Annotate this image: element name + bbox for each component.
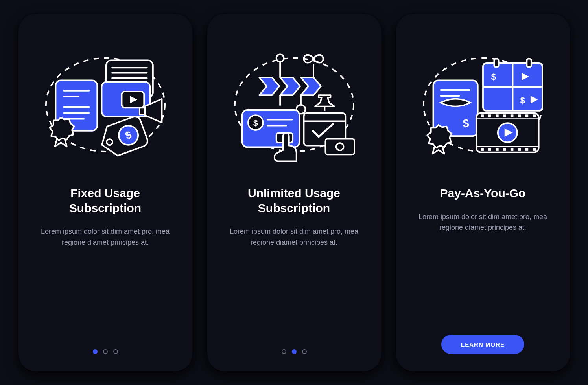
- screen-title: Pay-As-You-Go: [440, 186, 526, 201]
- svg-rect-50: [488, 114, 491, 117]
- pay-as-you-go-icon: $ $ $: [416, 37, 550, 170]
- svg-text:$: $: [520, 95, 525, 105]
- screen-description: Lorem ipsum dolor sit dim amet pro, mea …: [418, 212, 548, 234]
- unlimited-usage-icon: $: [227, 37, 361, 170]
- pager-dots[interactable]: [282, 349, 307, 354]
- pager-dot-2[interactable]: [103, 349, 108, 354]
- svg-rect-54: [518, 114, 521, 117]
- svg-text:$: $: [463, 117, 469, 129]
- svg-rect-62: [518, 148, 521, 151]
- svg-rect-58: [488, 148, 491, 151]
- fixed-usage-icon: $: [39, 37, 172, 170]
- svg-rect-59: [496, 148, 499, 151]
- screen-description: Lorem ipsum dolor sit dim amet pro, mea …: [41, 226, 170, 248]
- svg-rect-49: [481, 114, 484, 117]
- screen-description: Lorem ipsum dolor sit dim amet pro, mea …: [229, 226, 359, 248]
- onboarding-screens-row: $ Fixed Usage Subscription Lorem ipsum d…: [0, 0, 588, 385]
- screen-title: Unlimited Usage Subscription: [227, 186, 361, 215]
- svg-rect-61: [510, 148, 513, 151]
- svg-rect-13: [139, 108, 144, 114]
- svg-rect-51: [496, 114, 499, 117]
- onboarding-screen-3: $ $ $: [396, 14, 570, 371]
- screen-footer: [32, 349, 179, 358]
- pager-dot-2[interactable]: [292, 349, 297, 354]
- onboarding-screen-1: $ Fixed Usage Subscription Lorem ipsum d…: [18, 14, 192, 371]
- svg-text:$: $: [491, 72, 496, 82]
- svg-rect-41: [527, 59, 531, 67]
- svg-rect-56: [533, 114, 536, 117]
- pager-dots[interactable]: [93, 349, 118, 354]
- pager-dot-3[interactable]: [113, 349, 118, 354]
- svg-rect-40: [494, 59, 498, 67]
- onboarding-screen-2: $ Unlimited Usage Subs: [207, 14, 381, 371]
- svg-rect-57: [481, 148, 484, 151]
- svg-rect-33: [325, 139, 354, 155]
- svg-rect-60: [503, 148, 506, 151]
- svg-point-18: [276, 54, 284, 62]
- screen-footer: LEARN MORE: [409, 335, 557, 358]
- svg-rect-64: [533, 148, 536, 151]
- pager-dot-1[interactable]: [93, 349, 98, 354]
- svg-text:$: $: [253, 118, 258, 127]
- learn-more-button[interactable]: LEARN MORE: [441, 335, 524, 354]
- svg-rect-63: [525, 148, 528, 151]
- svg-rect-52: [503, 114, 506, 117]
- pager-dot-3[interactable]: [302, 349, 307, 354]
- svg-rect-55: [525, 114, 528, 117]
- pager-dot-1[interactable]: [282, 349, 286, 354]
- screen-footer: [221, 349, 368, 358]
- screen-title: Fixed Usage Subscription: [39, 186, 172, 215]
- svg-rect-53: [510, 114, 513, 117]
